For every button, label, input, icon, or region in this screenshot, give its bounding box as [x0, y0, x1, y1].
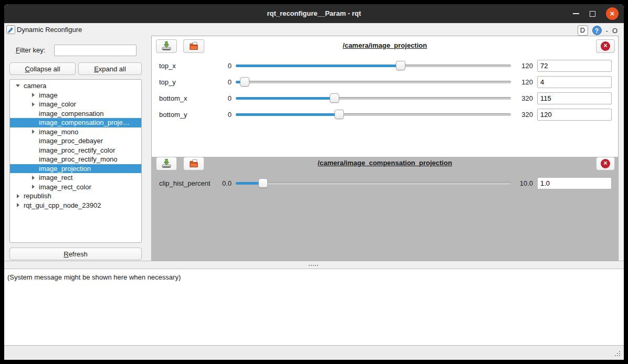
- param-label: top_x: [159, 62, 216, 70]
- close-icon[interactable]: ×: [606, 7, 619, 20]
- param-label: bottom_x: [159, 94, 216, 102]
- tree-item[interactable]: image_rect_color: [10, 183, 141, 192]
- system-message-text: (System message might be shown here when…: [7, 273, 181, 281]
- tree-expand-arrow[interactable]: [29, 102, 37, 106]
- horizontal-splitter[interactable]: [4, 261, 624, 269]
- param-row: bottom_y 0 320: [159, 108, 612, 121]
- slider-handle[interactable]: [334, 110, 344, 119]
- expand-all-button[interactable]: Expand all: [78, 62, 142, 75]
- tree-expand-arrow[interactable]: [29, 130, 37, 134]
- tree-item[interactable]: rqt_gui_cpp_node_23902: [10, 201, 141, 210]
- param-row: top_x 0 120: [159, 59, 612, 72]
- refresh-button[interactable]: Refresh: [9, 248, 142, 260]
- param-slider[interactable]: [236, 59, 511, 72]
- slider-max-label: 320: [514, 94, 533, 102]
- param-panel: /camera/image_projection × top_x 0 120 t…: [152, 39, 618, 154]
- tree-expand-arrow[interactable]: [29, 185, 37, 189]
- param-rows: top_x 0 120 top_y 0 120 bottom_x 0 320 b…: [152, 59, 618, 121]
- tree-item[interactable]: image_proc_rectify_mono: [10, 155, 141, 164]
- param-value-input[interactable]: [537, 60, 612, 72]
- tree-item[interactable]: republish: [10, 191, 141, 201]
- param-slider[interactable]: [236, 76, 511, 88]
- node-tree[interactable]: camera image image_color image_compensat…: [9, 79, 142, 243]
- slider-max-label: 120: [514, 78, 533, 86]
- dock-undock-button[interactable]: O: [612, 27, 617, 35]
- tree-item[interactable]: image_proc_rectify_color: [10, 146, 141, 155]
- slider-fill: [236, 113, 339, 116]
- tree-item-label: image_rect_color: [39, 183, 91, 191]
- tree-item[interactable]: image_color: [10, 100, 141, 109]
- statusbar: [4, 345, 624, 360]
- dock-minimize-button[interactable]: -: [606, 27, 608, 35]
- filter-input[interactable]: [54, 45, 137, 56]
- slider-max-label: 320: [514, 111, 533, 119]
- tree-expand-arrow[interactable]: [14, 194, 22, 198]
- slider-handle[interactable]: [240, 77, 249, 87]
- dock-title: Dynamic Reconfigure: [17, 26, 82, 34]
- filter-key-label: Filter key:: [16, 45, 45, 56]
- close-panel-icon: ×: [601, 41, 610, 51]
- maximize-icon[interactable]: [590, 11, 595, 17]
- slider-handle[interactable]: [330, 93, 339, 103]
- dock-controls: D ? - O: [578, 25, 617, 36]
- tree-item-label: image: [39, 91, 57, 99]
- slider-track[interactable]: [236, 182, 511, 185]
- dock-d-button[interactable]: D: [578, 25, 588, 36]
- param-value-input[interactable]: [537, 76, 612, 88]
- param-value-input[interactable]: [537, 109, 612, 121]
- splitter-handle-icon[interactable]: [309, 265, 319, 266]
- param-value-input[interactable]: [537, 177, 612, 189]
- titlebar[interactable]: rqt_reconfigure__Param - rqt ×: [4, 4, 624, 23]
- slider-min-label: 0: [216, 94, 232, 102]
- tree-item-label: image_proc_rectify_mono: [39, 155, 118, 163]
- slider-track[interactable]: [236, 81, 511, 83]
- close-panel-icon: ×: [601, 159, 610, 168]
- tree-item[interactable]: image: [10, 91, 141, 100]
- panel-toolbar: /camera/image_projection ×: [152, 39, 618, 54]
- slider-max-label: 10.0: [514, 179, 533, 187]
- tree-item[interactable]: camera: [10, 81, 141, 91]
- tree-item[interactable]: image_compensation_proje…: [10, 118, 141, 127]
- tree-item[interactable]: image_proc_debayer: [10, 136, 141, 146]
- param-row: clip_hist_percent 0.0 10.0: [159, 177, 612, 189]
- tree-item-label: rqt_gui_cpp_node_23902: [24, 201, 101, 209]
- tree-item-label: image_color: [39, 100, 76, 108]
- param-slider[interactable]: [236, 108, 511, 121]
- param-value-input[interactable]: [537, 92, 612, 104]
- minimize-icon[interactable]: [573, 13, 579, 14]
- slider-max-label: 120: [514, 62, 533, 70]
- close-panel-button[interactable]: ×: [596, 39, 615, 53]
- tree-item[interactable]: image_rect: [10, 173, 141, 183]
- tree-item-label: image_proc_rectify_color: [39, 146, 115, 154]
- tree-item[interactable]: image_compensation: [10, 109, 141, 119]
- param-slider[interactable]: [236, 92, 511, 104]
- screenshot-stage: rqt_reconfigure__Param - rqt × Dynamic R…: [0, 0, 628, 364]
- slider-fill: [236, 65, 401, 67]
- collapse-all-button[interactable]: Collapse all: [9, 62, 76, 75]
- tree-item-label: image_compensation_proje…: [39, 119, 130, 126]
- tree-item-label: image_mono: [39, 128, 78, 136]
- tree-expand-arrow[interactable]: [29, 93, 37, 97]
- param-slider[interactable]: [236, 177, 511, 189]
- panel-node-title[interactable]: /camera/image_projection: [152, 41, 618, 49]
- tree-expand-arrow[interactable]: [14, 203, 22, 207]
- slider-min-label: 0.0: [216, 179, 232, 187]
- param-label: clip_hist_percent: [159, 179, 216, 187]
- tree-item[interactable]: image_projection: [10, 164, 141, 174]
- tree-item[interactable]: image_mono: [10, 127, 141, 137]
- panel-node-title[interactable]: /camera/image_compensation_projection: [152, 159, 618, 167]
- tree-expand-arrow[interactable]: [29, 176, 37, 180]
- rqt-window: rqt_reconfigure__Param - rqt × Dynamic R…: [4, 4, 624, 360]
- tree-item-label: republish: [24, 192, 51, 200]
- slider-handle[interactable]: [258, 178, 268, 188]
- tree-expand-arrow[interactable]: [14, 84, 22, 87]
- tree-item-label: camera: [24, 82, 46, 90]
- param-row: top_y 0 120: [159, 76, 612, 88]
- slider-handle[interactable]: [396, 61, 405, 70]
- dynamic-reconfigure-plugin-icon: [6, 25, 15, 34]
- window-controls: ×: [573, 4, 619, 23]
- slider-min-label: 0: [216, 62, 232, 70]
- resize-grip-icon[interactable]: [615, 351, 621, 357]
- help-icon[interactable]: ?: [592, 26, 602, 35]
- close-panel-button[interactable]: ×: [596, 157, 615, 170]
